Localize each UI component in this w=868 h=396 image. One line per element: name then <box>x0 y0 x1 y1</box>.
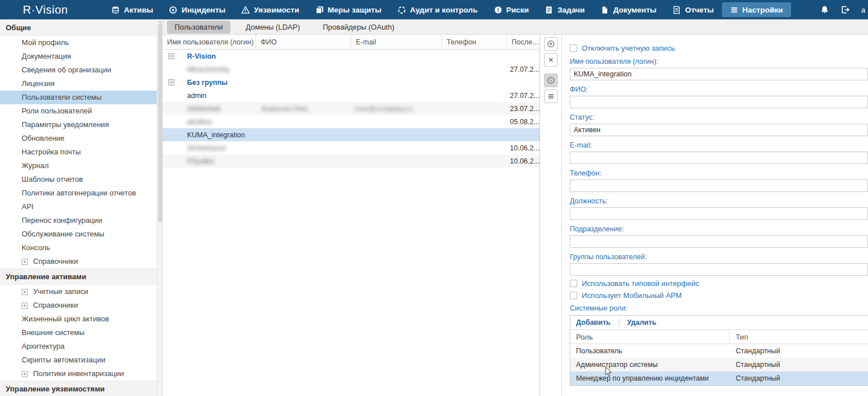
nav-item[interactable]: Инциденты <box>161 2 233 17</box>
roles-remove-button[interactable]: Удалить <box>627 319 664 326</box>
sidebar-scrollbar-thumb[interactable] <box>158 24 162 222</box>
group-row[interactable]: −R-Vision <box>163 50 540 63</box>
sidebar-item[interactable]: Политики автогенерации отчетов <box>0 186 162 200</box>
sidebar-item[interactable]: API <box>0 200 162 214</box>
close-x-icon <box>547 56 555 64</box>
group-row[interactable]: −Без группы <box>163 76 540 89</box>
roles-column-role[interactable]: Роль <box>570 330 730 344</box>
form-field-input[interactable] <box>570 207 868 220</box>
username-partial[interactable]: a <box>861 6 867 14</box>
role-row[interactable]: Администратор системыСтандартный <box>570 358 868 371</box>
column-header[interactable]: ФИО <box>256 35 351 49</box>
form-field-input[interactable] <box>570 235 868 248</box>
sidebar-item-label: Параметры уведомления <box>22 118 109 132</box>
table-row[interactable]: STyulkin10.06.2... <box>163 154 540 168</box>
expand-plus-icon[interactable]: + <box>22 259 28 265</box>
sidebar-item[interactable]: Пользователи системы <box>0 91 162 104</box>
sidebar-item[interactable]: Параметры уведомления <box>0 118 162 132</box>
copy-pages-icon <box>315 6 324 14</box>
table-row[interactable]: atrolkov05.08.2... <box>163 115 540 128</box>
sidebar-item-label: Роли пользователей <box>22 104 92 118</box>
sidebar-item[interactable]: Обслуживание системы <box>0 227 162 241</box>
column-header[interactable]: После... <box>507 35 540 49</box>
nav-item[interactable]: Уязвимости <box>233 2 307 17</box>
nav-item[interactable]: Документы <box>593 2 664 17</box>
roles-column-type[interactable]: Тип <box>730 333 868 341</box>
nav-item[interactable]: Аудит и контроль <box>390 2 486 17</box>
info-button[interactable] <box>544 74 558 87</box>
form-field-input[interactable] <box>570 179 868 192</box>
sidebar-item[interactable]: Настройка почты <box>0 145 162 159</box>
sidebar-scrollbar[interactable]: ▲ <box>157 19 162 396</box>
user-details-panel: Отключить учетную запись Имя пользовател… <box>562 35 868 396</box>
scrollbar-up-arrow-icon[interactable]: ▲ <box>158 20 162 23</box>
collapse-minus-icon[interactable]: − <box>168 79 175 85</box>
form-field-input[interactable] <box>570 96 868 108</box>
column-header[interactable]: E-mail <box>351 35 442 49</box>
sidebar-item[interactable]: +Политики инвентаризации <box>0 367 162 381</box>
sidebar-item[interactable]: Роли пользователей <box>0 104 162 118</box>
collapse-minus-icon[interactable]: − <box>168 53 175 59</box>
form-field-label: Телефон: <box>570 169 868 177</box>
option-checkbox-row[interactable]: Использует Мобильный АРМ <box>570 291 868 300</box>
table-row[interactable]: MKarchevsky27.07.2... <box>163 63 540 76</box>
sidebar-item[interactable]: +Справочники <box>0 255 162 268</box>
sidebar-item[interactable]: Скрипты автоматизации <box>0 353 162 367</box>
table-row[interactable]: AKlimchukФамилия Имяuser@company.ru23.07… <box>163 102 540 115</box>
disable-account-checkbox[interactable] <box>570 44 577 52</box>
form-field-input[interactable] <box>570 152 868 164</box>
add-record-button[interactable] <box>544 37 558 51</box>
sidebar-item[interactable]: Журнал <box>0 159 162 173</box>
sidebar-item[interactable]: Документация <box>0 50 162 63</box>
user-lastlogin-cell: 10.06.2... <box>507 157 540 165</box>
roles-add-button[interactable]: Добавить <box>576 319 619 326</box>
nav-item[interactable]: Отчеты <box>664 2 721 17</box>
nav-item[interactable]: Задачи <box>537 2 593 17</box>
form-field-input[interactable] <box>570 124 868 136</box>
sidebar-item[interactable]: Мой профиль <box>0 36 162 50</box>
sidebar-item[interactable]: Консоль <box>0 241 162 255</box>
expand-plus-icon[interactable]: + <box>22 303 28 309</box>
task-list-icon <box>545 6 553 14</box>
column-header[interactable]: Телефон <box>442 35 507 49</box>
table-row[interactable]: SCherkasov10.06.2... <box>163 141 540 154</box>
tab-active[interactable]: Пользователи <box>167 21 230 34</box>
expand-plus-icon[interactable]: + <box>22 371 28 377</box>
table-row[interactable]: admin27.07.2... <box>163 89 540 102</box>
sidebar-item[interactable]: Лицензия <box>0 77 162 91</box>
sidebar-item[interactable]: Внешние системы <box>0 326 162 340</box>
nav-item[interactable]: Риски <box>486 2 537 17</box>
sidebar-item[interactable]: Архитектура <box>0 340 162 353</box>
expand-plus-icon[interactable]: + <box>22 289 28 295</box>
sidebar-item[interactable]: +Справочники <box>0 299 162 312</box>
logout-icon[interactable] <box>841 5 850 14</box>
column-header[interactable]: Имя пользователя (логин)↑ <box>163 35 256 49</box>
nav-item[interactable]: Настройки <box>722 2 791 17</box>
warning-triangle-icon <box>241 6 250 14</box>
nav-item[interactable]: Меры защиты <box>307 2 390 17</box>
tab-item[interactable]: Домены (LDAP) <box>238 21 307 34</box>
sidebar-item[interactable]: Шаблоны отчетов <box>0 173 162 186</box>
sidebar-item[interactable]: Обновление <box>0 132 162 145</box>
nav-item[interactable]: Активы <box>103 2 161 17</box>
notifications-bell-icon[interactable] <box>820 5 829 14</box>
tab-item[interactable]: Провайдеры (OAuth) <box>315 21 402 34</box>
role-row[interactable]: ПользовательСтандартный <box>570 344 868 358</box>
delete-record-button[interactable] <box>544 53 558 67</box>
rvision-logo[interactable]: R·Vision <box>23 3 68 17</box>
form-field-input[interactable] <box>570 68 868 80</box>
sidebar-item[interactable]: Жизненный цикл активов <box>0 312 162 326</box>
list-view-button[interactable] <box>544 89 558 103</box>
sidebar-item[interactable]: Сведения об организации <box>0 63 162 77</box>
option-checkbox[interactable] <box>570 292 577 299</box>
role-row[interactable]: Менеджер по управлению инцидентамиСтанда… <box>570 371 868 385</box>
sidebar-item-label: Обновление <box>22 132 64 145</box>
option-checkbox-row[interactable]: Использовать типовой интерфейс <box>570 279 868 288</box>
table-row[interactable]: KUMA_integration <box>163 128 540 141</box>
sidebar-item[interactable]: +Учетные записи <box>0 285 162 299</box>
sidebar-item[interactable]: Перенос конфигурации <box>0 214 162 227</box>
form-field-input[interactable] <box>570 263 868 276</box>
disable-account-checkbox-row[interactable]: Отключить учетную запись <box>570 44 868 52</box>
group-label: Без группы <box>187 79 228 87</box>
option-checkbox[interactable] <box>570 280 577 287</box>
